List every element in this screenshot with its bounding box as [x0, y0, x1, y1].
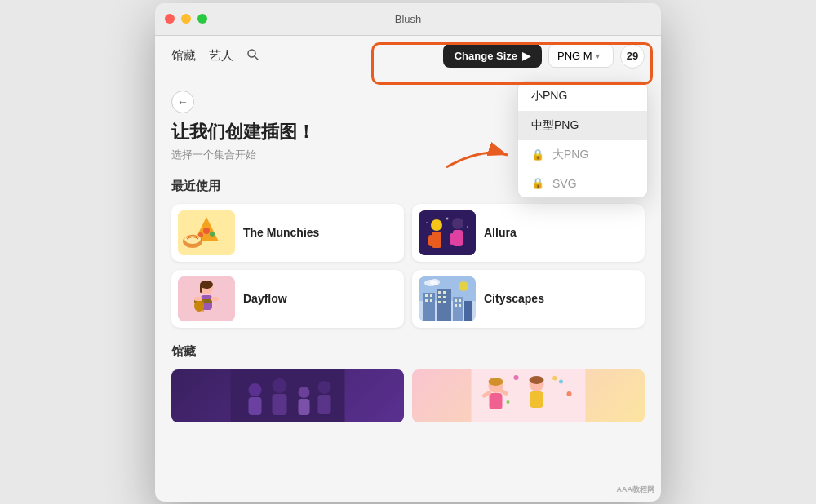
collection-grid: The Munchies — [171, 204, 645, 328]
svg-rect-34 — [423, 293, 435, 321]
dayflow-name: Dayflow — [243, 292, 287, 305]
dropdown-item-svg[interactable]: 🔒 SVG — [518, 170, 647, 197]
format-selector[interactable]: PNG M ▾ — [548, 44, 614, 68]
allura-name: Allura — [484, 226, 517, 239]
collection-card-dayflow[interactable]: Dayflow — [171, 270, 404, 328]
svg-rect-62 — [318, 395, 331, 414]
svg-rect-42 — [438, 296, 441, 298]
svg-point-55 — [249, 383, 262, 396]
svg-rect-40 — [438, 291, 441, 294]
chevron-down-icon: ▾ — [596, 51, 600, 60]
app-window: Blush 馆藏 艺人 Change Size ▶ PNG M ▾ 29 — [155, 3, 661, 502]
svg-rect-49 — [455, 304, 457, 307]
back-button[interactable]: ← — [171, 91, 194, 113]
svg-rect-16 — [450, 233, 455, 245]
svg-rect-60 — [299, 399, 310, 415]
format-dropdown: 小PNG 中型PNG 🔒 大PNG 🔒 SVG — [517, 81, 648, 198]
svg-rect-56 — [249, 397, 262, 415]
count-badge: 29 — [620, 44, 645, 69]
svg-point-65 — [489, 378, 503, 386]
maximize-button[interactable] — [197, 14, 207, 24]
svg-rect-43 — [443, 296, 446, 298]
gallery-thumb-right[interactable] — [412, 369, 645, 422]
dayflow-illustration — [178, 276, 235, 321]
svg-point-33 — [459, 281, 468, 291]
svg-rect-45 — [443, 301, 446, 303]
svg-point-72 — [514, 375, 519, 380]
dropdown-item-large-png[interactable]: 🔒 大PNG — [518, 140, 647, 170]
lock-icon-svg: 🔒 — [531, 177, 544, 189]
svg-rect-36 — [430, 294, 432, 297]
svg-rect-12 — [428, 235, 433, 246]
nav-artists[interactable]: 艺人 — [209, 48, 233, 64]
svg-point-57 — [273, 378, 287, 393]
svg-point-53 — [430, 279, 440, 285]
nav-bar: 馆藏 艺人 Change Size ▶ PNG M ▾ 29 — [155, 36, 661, 77]
titlebar: Blush — [155, 3, 661, 36]
svg-rect-37 — [425, 299, 428, 302]
gallery-left-illustration — [171, 369, 404, 422]
svg-point-14 — [452, 218, 463, 229]
svg-rect-38 — [430, 299, 432, 302]
svg-point-10 — [431, 219, 442, 231]
lock-icon-large: 🔒 — [531, 148, 544, 161]
close-button[interactable] — [165, 14, 175, 24]
svg-point-27 — [194, 300, 204, 312]
traffic-lights — [165, 14, 207, 24]
svg-rect-58 — [273, 394, 287, 415]
svg-rect-44 — [438, 301, 441, 303]
svg-point-6 — [210, 232, 215, 237]
nav-gallery[interactable]: 馆藏 — [171, 48, 196, 64]
svg-point-19 — [467, 226, 468, 228]
dropdown-item-medium-png[interactable]: 中型PNG — [518, 111, 647, 140]
dropdown-item-small-png[interactable]: 小PNG — [518, 82, 647, 111]
nav-links: 馆藏 艺人 — [171, 48, 233, 64]
svg-rect-41 — [443, 291, 446, 294]
svg-rect-50 — [459, 304, 461, 307]
allura-illustration — [419, 210, 476, 255]
svg-rect-17 — [458, 233, 463, 245]
svg-rect-30 — [211, 297, 219, 301]
munchies-illustration — [178, 210, 235, 255]
svg-rect-29 — [194, 297, 202, 301]
thumb-allura — [419, 210, 476, 255]
svg-rect-35 — [425, 294, 428, 297]
collection-card-cityscapes[interactable]: Cityscapes — [412, 270, 645, 328]
munchies-name: The Munchies — [243, 226, 319, 239]
gallery-thumb-left[interactable] — [171, 369, 404, 422]
svg-point-4 — [203, 228, 210, 234]
thumb-munchies — [178, 210, 235, 255]
watermark: AAA教程网 — [617, 484, 655, 495]
svg-rect-47 — [455, 299, 457, 302]
svg-rect-46 — [453, 297, 463, 321]
svg-rect-51 — [464, 301, 472, 321]
svg-point-61 — [318, 381, 331, 394]
collection-card-munchies[interactable]: The Munchies — [171, 204, 404, 262]
svg-point-70 — [530, 376, 544, 384]
change-size-button[interactable]: Change Size ▶ — [443, 44, 542, 68]
svg-rect-66 — [490, 393, 503, 409]
change-size-arrow: ▶ — [522, 50, 530, 62]
gallery-section-title: 馆藏 — [171, 344, 645, 360]
search-icon — [246, 48, 259, 61]
thumb-cityscapes — [419, 276, 476, 321]
collection-card-allura[interactable]: Allura — [412, 204, 645, 262]
svg-rect-24 — [200, 285, 202, 293]
cityscapes-name: Cityscapes — [484, 292, 544, 305]
format-selected-label: PNG M — [557, 50, 592, 62]
svg-rect-71 — [530, 391, 543, 408]
svg-point-74 — [567, 391, 572, 396]
svg-point-20 — [426, 222, 428, 223]
svg-rect-48 — [459, 299, 461, 302]
minimize-button[interactable] — [181, 14, 191, 24]
change-size-label: Change Size — [455, 50, 517, 62]
gallery-right-illustration — [412, 369, 645, 422]
svg-line-1 — [255, 56, 258, 60]
svg-rect-13 — [437, 235, 441, 246]
svg-point-73 — [559, 379, 563, 383]
thumb-dayflow — [178, 276, 235, 321]
window-title: Blush — [395, 13, 422, 25]
search-button[interactable] — [246, 48, 259, 64]
svg-point-18 — [446, 217, 449, 219]
svg-point-59 — [299, 387, 310, 398]
